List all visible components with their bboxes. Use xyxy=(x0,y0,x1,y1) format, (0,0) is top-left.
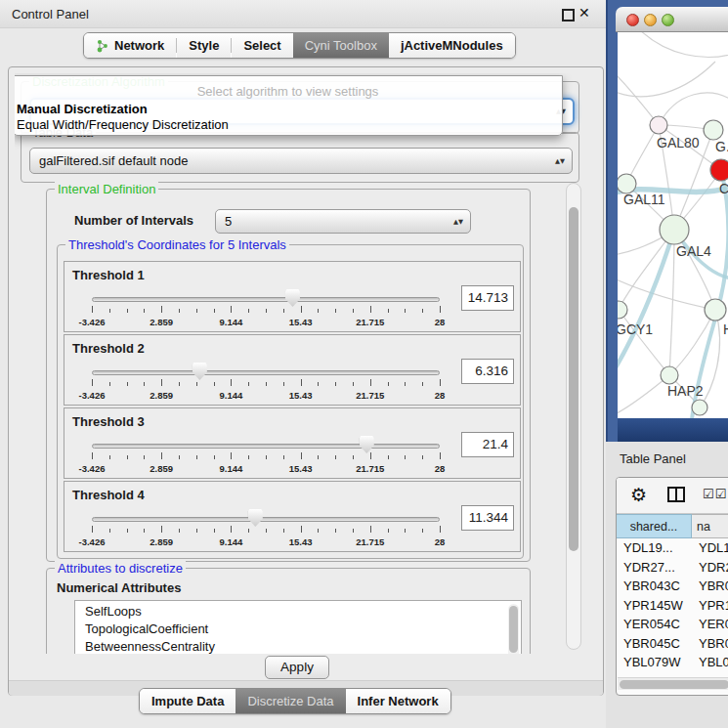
network-node-HAP2[interactable] xyxy=(661,366,678,384)
tab-network[interactable]: Network xyxy=(84,33,176,58)
top-tabbar: Network Style Select Cyni Toolbox jActiv… xyxy=(83,32,516,59)
table-cell[interactable]: YDL19... xyxy=(617,538,692,558)
tab-select[interactable]: Select xyxy=(232,33,292,58)
table-cell[interactable]: YBL079W xyxy=(617,653,692,672)
algorithm-option-equal-width[interactable]: Equal Width/Frequency Discretization xyxy=(17,117,229,132)
table-column-header[interactable]: shared... xyxy=(617,514,692,538)
network-node-label: C xyxy=(719,181,728,196)
tab-jactivemnodules[interactable]: jActiveMNodules xyxy=(389,33,515,58)
attribute-list-item[interactable]: BetweennessCentrality xyxy=(75,638,521,654)
table-cell[interactable]: YDL19... xyxy=(692,538,728,558)
panel-scrollbar-thumb[interactable] xyxy=(569,207,578,551)
attribute-list-item[interactable]: SelfLoops xyxy=(75,603,521,621)
network-node-GAL80[interactable] xyxy=(650,116,667,134)
network-node-C[interactable] xyxy=(710,159,728,181)
table-row[interactable]: YIL052CYIL052C xyxy=(617,691,728,696)
algorithm-option-manual[interactable]: Manual Discretization xyxy=(17,102,148,116)
slider-track[interactable] xyxy=(92,517,440,522)
network-canvas[interactable]: GAL80G.CGAL11GAL4GCY1HHAP2 xyxy=(618,32,728,418)
tab-cyni-toolbox-label: Cyni Toolbox xyxy=(305,38,377,53)
checkbox-icons[interactable]: ☑☑ xyxy=(703,487,727,501)
tab-infer-network-label: Infer Network xyxy=(358,694,439,708)
network-node-H[interactable] xyxy=(705,299,726,321)
network-node-GAL11[interactable] xyxy=(618,174,636,193)
settings-scroll-area: Discretization Algorithm ▲▼ Select algor… xyxy=(15,73,589,654)
table-cell[interactable]: YBL079W xyxy=(692,653,728,672)
tab-discretize-data[interactable]: Discretize Data xyxy=(236,689,345,713)
apply-button[interactable]: Apply xyxy=(265,656,329,679)
network-node-GAL4[interactable] xyxy=(660,215,689,244)
table-hscrollbar[interactable] xyxy=(618,677,728,690)
attribute-list-item[interactable]: TopologicalCoefficient xyxy=(75,621,521,638)
slider-tick-labels: -3.4262.8599.14415.4321.71528 xyxy=(92,463,440,474)
table-row[interactable]: YDL19...YDL19... xyxy=(617,538,728,558)
slider-track[interactable] xyxy=(92,297,440,302)
table-cell[interactable]: YDR27... xyxy=(617,558,692,578)
threshold-value-field[interactable]: 11.344 xyxy=(461,505,514,531)
table-cell[interactable]: YBR043C xyxy=(617,577,692,596)
table-row[interactable]: YER054CYER054C xyxy=(617,615,728,634)
attributes-group-title: Attributes to discretize xyxy=(55,561,186,576)
bottom-tabbar: Impute Data Discretize Data Infer Networ… xyxy=(139,688,451,714)
close-traffic-light[interactable] xyxy=(626,14,639,26)
slider-track[interactable] xyxy=(92,370,440,375)
zoom-traffic-light[interactable] xyxy=(662,14,674,26)
threshold-panel: Threshold 4-3.4262.8599.14415.4321.71528… xyxy=(64,481,521,552)
table-cell[interactable]: YDR27... xyxy=(692,558,728,578)
slider-thumb[interactable] xyxy=(193,363,207,380)
thresholds-container: Threshold 1-3.4262.8599.14415.4321.71528… xyxy=(58,245,523,558)
table-cell[interactable]: YER054C xyxy=(692,615,728,634)
network-node-label: GAL80 xyxy=(657,135,700,150)
network-node-label: GCY1 xyxy=(618,321,653,337)
table-cell[interactable]: YIL052C xyxy=(692,691,728,696)
threshold-value-field[interactable]: 21.4 xyxy=(461,432,514,457)
network-node[interactable] xyxy=(692,400,707,415)
slider-track[interactable] xyxy=(92,444,440,449)
tab-cyni-toolbox[interactable]: Cyni Toolbox xyxy=(293,33,389,58)
table-cell[interactable]: YPR145W xyxy=(617,596,692,616)
table-hscrollbar-thumb[interactable] xyxy=(620,680,728,689)
table-cell[interactable]: YBR045C xyxy=(617,634,692,654)
threshold-slider: -3.4262.8599.14415.4321.71528 xyxy=(92,482,440,553)
slider-thumb[interactable] xyxy=(360,436,374,453)
tab-style[interactable]: Style xyxy=(177,33,231,58)
table-cell[interactable]: YER054C xyxy=(617,615,692,634)
slider-tick-labels: -3.4262.8599.14415.4321.71528 xyxy=(92,317,440,327)
close-icon[interactable]: ✕ xyxy=(578,5,590,21)
table-panel-inner: ⚙ ☑☑ shared...na YDL19...YDL19...YDR27..… xyxy=(616,477,728,696)
tab-impute-data[interactable]: Impute Data xyxy=(140,689,236,713)
table-row[interactable]: YPR145WYPR145W xyxy=(617,596,728,616)
tab-infer-network[interactable]: Infer Network xyxy=(346,689,450,713)
tab-discretize-data-label: Discretize Data xyxy=(247,694,333,708)
list-scrollbar-thumb[interactable] xyxy=(509,606,518,653)
table-column-header[interactable]: na xyxy=(692,514,728,538)
table-row[interactable]: YBR043CYBR043C xyxy=(617,577,728,596)
list-scrollbar[interactable] xyxy=(508,604,519,654)
slider-ticks xyxy=(92,526,440,535)
table-cell[interactable]: YIL052C xyxy=(617,691,692,696)
table-cell[interactable]: YBR043C xyxy=(692,577,728,596)
float-window-icon[interactable] xyxy=(562,9,575,21)
table-data-combobox[interactable]: galFiltered.sif default node ▲▼ xyxy=(29,148,573,174)
split-table-icon[interactable] xyxy=(667,487,685,502)
panel-scrollbar[interactable] xyxy=(566,183,581,650)
slider-thumb[interactable] xyxy=(248,509,263,527)
network-node-label: H xyxy=(723,321,728,337)
slider-thumb[interactable] xyxy=(285,289,300,307)
table-row[interactable]: YDR27...YDR27... xyxy=(617,558,728,578)
threshold-value-field[interactable]: 14.713 xyxy=(461,285,514,311)
network-window-titlebar[interactable] xyxy=(616,7,728,32)
table-row[interactable]: YBR045CYBR045C xyxy=(617,634,728,654)
network-edge xyxy=(659,93,728,125)
table-row[interactable]: YBL079WYBL079W xyxy=(617,653,728,672)
network-node-G.[interactable] xyxy=(704,120,723,140)
network-node-GCY1[interactable] xyxy=(618,301,627,319)
table-cell[interactable]: YPR145W xyxy=(692,596,728,616)
number-of-intervals-combobox[interactable]: 5 ▲▼ xyxy=(215,209,471,234)
threshold-value-field[interactable]: 6.316 xyxy=(461,359,514,384)
minimize-traffic-light[interactable] xyxy=(644,14,657,26)
table-cell[interactable]: YBR045C xyxy=(692,634,728,654)
tab-style-label: Style xyxy=(189,38,219,53)
combo-stepper-icon: ▲▼ xyxy=(453,219,463,224)
gear-icon[interactable]: ⚙ xyxy=(630,484,647,505)
